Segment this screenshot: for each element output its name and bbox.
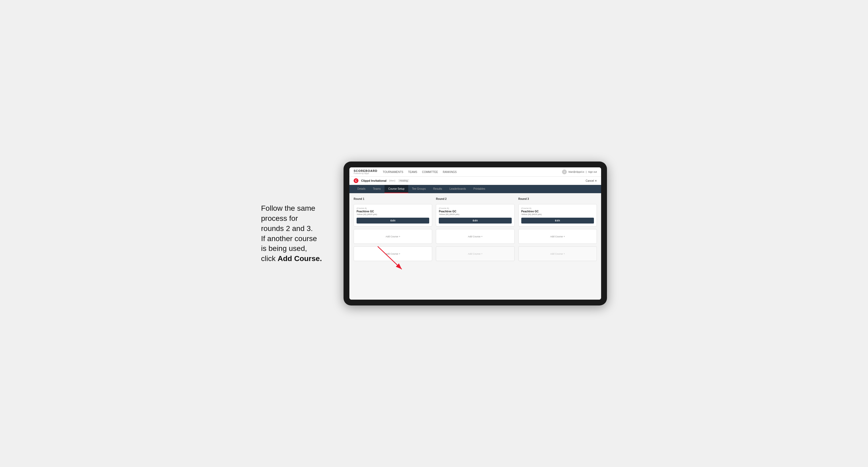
user-email: blair@clippd.io bbox=[568, 170, 584, 173]
round-1-add-course-text-2: Add Course + bbox=[385, 252, 400, 255]
tab-printables[interactable]: Printables bbox=[470, 185, 489, 193]
round-3-add-course-2: Add Course + bbox=[518, 246, 597, 261]
round-2-course-name: Peachtree GC bbox=[439, 210, 512, 213]
round-1-course-detail: Yellow (M) (6629 yds) bbox=[356, 213, 429, 216]
round-1-add-course-text-1: Add Course + bbox=[385, 235, 400, 238]
instruction-line6: click bbox=[261, 254, 278, 262]
round-1-course-card: (Course A) Peachtree GC Yellow (M) (6629… bbox=[354, 204, 432, 226]
round-2-course-card: (Course A) Peachtree GC Yellow (M) (6629… bbox=[436, 204, 514, 226]
tablet-device: SCOREBOARD Powered by clippd TOURNAMENTS… bbox=[344, 161, 607, 306]
round-2-add-course-text-1: Add Course + bbox=[468, 235, 483, 238]
instruction-line3: rounds 2 and 3. bbox=[261, 224, 313, 232]
nav-links: TOURNAMENTS TEAMS COMMITTEE RANKINGS bbox=[383, 170, 557, 174]
tab-teams[interactable]: Teams bbox=[369, 185, 384, 193]
round-3-column: Round 3 (Course A) Peachtree GC Yellow (… bbox=[518, 197, 597, 261]
round-3-add-course-text-2: Add Course + bbox=[550, 252, 565, 255]
cancel-button[interactable]: Cancel ✕ bbox=[586, 179, 597, 182]
brand-logo: SCOREBOARD Powered by clippd bbox=[354, 169, 377, 174]
round-2-add-course-text-2: Add Course + bbox=[468, 252, 483, 255]
round-3-add-course-1[interactable]: Add Course + bbox=[518, 229, 597, 244]
nav-teams[interactable]: TEAMS bbox=[408, 170, 417, 174]
round-2-edit-button[interactable]: Edit bbox=[439, 218, 512, 223]
nav-tournaments[interactable]: TOURNAMENTS bbox=[383, 170, 403, 174]
sign-out-link[interactable]: Sign out bbox=[588, 170, 597, 173]
tab-results[interactable]: Results bbox=[430, 185, 446, 193]
nav-committee[interactable]: COMMITTEE bbox=[422, 170, 438, 174]
round-3-add-course-text-1: Add Course + bbox=[550, 235, 565, 238]
tournament-name: Clippd Invitational bbox=[361, 179, 386, 182]
top-navigation: SCOREBOARD Powered by clippd TOURNAMENTS… bbox=[349, 167, 601, 177]
brand-sub: Powered by clippd bbox=[354, 173, 377, 174]
tab-tee-groups[interactable]: Tee Groups bbox=[408, 185, 430, 193]
nav-user-area: B blair@clippd.io | Sign out bbox=[562, 169, 597, 174]
rounds-grid: Round 1 (Course A) Peachtree GC Yellow (… bbox=[354, 197, 597, 261]
hosting-badge: Hosting bbox=[398, 179, 409, 182]
instruction-bold: Add Course. bbox=[278, 254, 322, 262]
page-wrapper: Follow the same process for rounds 2 and… bbox=[261, 161, 607, 306]
round-1-add-course-2[interactable]: Add Course + bbox=[354, 246, 432, 261]
nav-rankings[interactable]: RANKINGS bbox=[443, 170, 457, 174]
tab-course-setup[interactable]: Course Setup bbox=[384, 185, 408, 193]
sub-navigation: C Clippd Invitational (Men) Hosting Canc… bbox=[349, 177, 601, 185]
tab-leaderboards[interactable]: Leaderboards bbox=[446, 185, 470, 193]
clippd-logo: C bbox=[354, 178, 359, 183]
tab-bar: Details Teams Course Setup Tee Groups Re… bbox=[349, 185, 601, 193]
round-3-course-detail: Yellow (M) (6629 yds) bbox=[521, 213, 594, 216]
round-1-edit-button[interactable]: Edit bbox=[356, 218, 429, 223]
round-3-edit-button[interactable]: Edit bbox=[521, 218, 594, 223]
tournament-qualifier: (Men) bbox=[389, 179, 395, 182]
round-3-course-name: Peachtree GC bbox=[521, 210, 594, 213]
instruction-text: Follow the same process for rounds 2 and… bbox=[261, 203, 336, 264]
round-2-add-course-2: Add Course + bbox=[436, 246, 514, 261]
cancel-x-icon: ✕ bbox=[595, 179, 597, 182]
round-2-add-course-1[interactable]: Add Course + bbox=[436, 229, 514, 244]
round-1-course-label: (Course A) bbox=[356, 207, 429, 210]
instruction-line5: is being used, bbox=[261, 244, 307, 252]
round-1-title: Round 1 bbox=[354, 197, 432, 200]
round-1-course-name: Peachtree GC bbox=[356, 210, 429, 213]
brand-name: SCOREBOARD bbox=[354, 169, 377, 173]
tablet-screen: SCOREBOARD Powered by clippd TOURNAMENTS… bbox=[349, 167, 601, 300]
round-2-title: Round 2 bbox=[436, 197, 514, 200]
round-1-add-course-1[interactable]: Add Course + bbox=[354, 229, 432, 244]
nav-separator: | bbox=[586, 170, 586, 173]
main-content: Round 1 (Course A) Peachtree GC Yellow (… bbox=[349, 193, 601, 300]
user-avatar: B bbox=[562, 169, 567, 174]
instruction-line2: process for bbox=[261, 214, 298, 222]
round-3-course-label: (Course A) bbox=[521, 207, 594, 210]
round-1-column: Round 1 (Course A) Peachtree GC Yellow (… bbox=[354, 197, 432, 261]
round-3-title: Round 3 bbox=[518, 197, 597, 200]
round-2-column: Round 2 (Course A) Peachtree GC Yellow (… bbox=[436, 197, 514, 261]
instruction-line1: Follow the same bbox=[261, 204, 315, 212]
round-2-course-label: (Course A) bbox=[439, 207, 512, 210]
round-3-course-card: (Course A) Peachtree GC Yellow (M) (6629… bbox=[518, 204, 597, 226]
round-2-course-detail: Yellow (M) (6629 yds) bbox=[439, 213, 512, 216]
instruction-line4: If another course bbox=[261, 235, 317, 243]
tab-details[interactable]: Details bbox=[354, 185, 369, 193]
